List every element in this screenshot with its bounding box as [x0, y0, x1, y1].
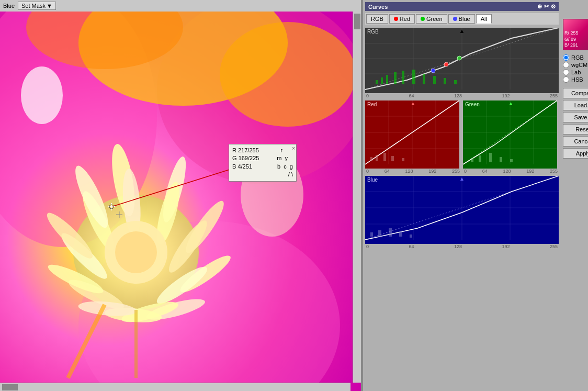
red-x-128: 128 [405, 169, 413, 174]
save-button[interactable]: Save... [563, 112, 588, 122]
red-curve-label: Red [367, 102, 377, 107]
rgb-curve-indicator: ▲ [459, 28, 465, 34]
svg-rect-49 [381, 77, 383, 84]
svg-rect-77 [471, 158, 473, 162]
rgb-x-0: 0 [366, 93, 369, 98]
radio-wgcmyk[interactable]: wgCMYK [563, 62, 588, 68]
dropdown-arrow-icon: ▼ [47, 3, 52, 9]
red-curve-container: Red ▲ [365, 100, 461, 174]
svg-rect-79 [489, 153, 492, 162]
right-scrollbar[interactable] [353, 12, 361, 383]
radio-rgb-input[interactable] [563, 54, 569, 61]
bottom-scrollbar[interactable] [0, 383, 350, 391]
radio-wgcmyk-input[interactable] [563, 62, 569, 68]
load-button[interactable]: Load... [563, 100, 588, 110]
preview-b: B/ 291 [564, 42, 579, 49]
svg-rect-78 [479, 155, 481, 162]
green-x-64: 64 [482, 169, 488, 174]
green-curve-svg [463, 100, 557, 169]
action-buttons: Compare Load... Save... Reset Cancel App… [563, 88, 588, 159]
svg-rect-56 [444, 78, 446, 84]
tooltip-b-row: B 4/251 b c g [232, 163, 293, 171]
apply-button[interactable]: Apply [563, 148, 588, 159]
green-curve-container: Green ▲ [463, 100, 559, 174]
svg-point-7 [21, 66, 63, 124]
reset-button[interactable]: Reset [563, 124, 588, 135]
scroll-thumb-right[interactable] [354, 14, 360, 29]
green-x-255: 255 [550, 169, 558, 174]
blue-x-255: 255 [550, 244, 558, 249]
green-x-axis: 0 64 128 192 255 [463, 169, 559, 174]
red-x-192: 192 [428, 169, 436, 174]
tab-rgb[interactable]: RGB [366, 14, 388, 24]
tooltip-g-row: G 169/225 m y [232, 154, 293, 162]
tab-red[interactable]: Red [389, 14, 415, 24]
svg-rect-92 [399, 231, 402, 237]
curves-title-bar: Curves ⊕ ✂ ⊗ [365, 2, 559, 11]
blue-curve-wrapper: Blue ▲ [365, 176, 559, 244]
blue-x-axis: 0 64 128 192 255 [365, 244, 559, 249]
image-canvas: × R 217/255 r G 169/225 m y B 4/251 b c … [0, 0, 361, 391]
svg-rect-48 [376, 80, 378, 84]
tooltip-r-row: R 217/255 r [232, 147, 293, 154]
tab-green-label: Green [426, 16, 443, 22]
svg-point-47 [457, 56, 461, 60]
tab-rgb-label: RGB [371, 16, 383, 22]
rgb-curve-container: RGB ▲ [365, 28, 559, 98]
radio-rgb[interactable]: RGB [563, 54, 588, 61]
tooltip-g-label: G [232, 155, 239, 161]
green-x-128: 128 [503, 169, 511, 174]
tab-all[interactable]: All [476, 14, 492, 24]
red-x-64: 64 [385, 169, 390, 174]
svg-rect-50 [386, 75, 388, 84]
rgb-x-64: 64 [409, 93, 414, 98]
svg-point-5 [220, 22, 356, 127]
scroll-thumb-left[interactable] [2, 384, 18, 390]
green-dot-icon [421, 17, 425, 21]
svg-rect-89 [370, 232, 373, 237]
red-x-0: 0 [366, 169, 369, 174]
compare-button[interactable]: Compare [563, 88, 588, 98]
set-mask-button[interactable]: Set Mask ▼ [18, 2, 56, 10]
top-bar: Blue Set Mask ▼ [0, 0, 361, 12]
tooltip-close-icon[interactable]: × [292, 145, 295, 152]
radio-lab[interactable]: Lab [563, 69, 588, 75]
svg-rect-91 [389, 228, 392, 237]
svg-rect-53 [412, 70, 415, 84]
image-panel: Blue Set Mask ▼ [0, 0, 361, 391]
svg-rect-90 [378, 230, 381, 237]
rgb-x-255: 255 [550, 93, 558, 98]
blue-curve-label: Blue [367, 177, 378, 183]
tab-green[interactable]: Green [416, 14, 447, 24]
svg-point-29 [115, 231, 157, 273]
rgb-curve-label: RGB [367, 29, 379, 35]
cancel-button[interactable]: Cancel [563, 136, 588, 147]
radio-hsb-input[interactable] [563, 76, 569, 83]
rgb-x-128: 128 [454, 93, 462, 98]
svg-rect-68 [391, 156, 394, 161]
blue-x-128: 128 [454, 244, 462, 249]
svg-rect-80 [500, 157, 502, 162]
radio-lab-input[interactable] [563, 69, 569, 75]
svg-rect-51 [394, 72, 397, 84]
svg-rect-65 [370, 157, 372, 161]
curves-icon-3[interactable]: ⊗ [551, 3, 556, 10]
svg-rect-54 [423, 74, 425, 84]
set-mask-label: Set Mask [21, 3, 46, 9]
tooltip-b-label: B [232, 163, 238, 170]
rgb-x-192: 192 [502, 93, 510, 98]
tooltip-b-c-g-shortkeys: b c g [276, 163, 293, 171]
tab-blue[interactable]: Blue [448, 14, 475, 24]
radio-hsb[interactable]: HSB [563, 76, 588, 83]
color-preview-values: R/ 255 G/ 89 B/ 291 [564, 30, 579, 49]
svg-rect-69 [402, 158, 404, 161]
svg-point-45 [431, 69, 435, 73]
channel-label: Blue [3, 3, 15, 9]
svg-rect-66 [376, 155, 378, 161]
red-curve-indicator: ▲ [411, 100, 416, 106]
curves-title-icons: ⊕ ✂ ⊗ [537, 3, 556, 10]
tooltip-r-shortkeys: r [277, 147, 282, 154]
green-curve-indicator: ▲ [508, 100, 514, 106]
curves-icon-1[interactable]: ⊕ [537, 3, 542, 10]
curves-icon-2[interactable]: ✂ [544, 3, 549, 10]
